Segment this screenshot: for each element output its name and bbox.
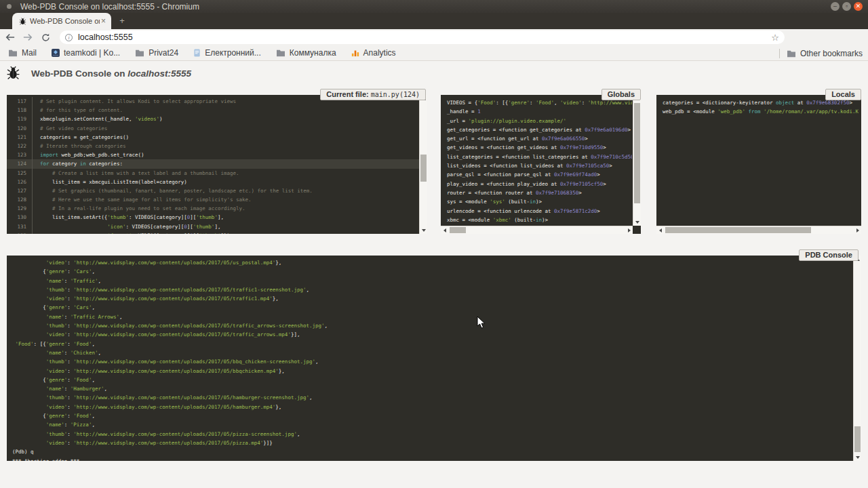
scroll-left-icon[interactable]	[656, 226, 664, 234]
code-line: 128 # Here we use the same image for all…	[7, 195, 419, 204]
code-line: 119xbmcplugin.setContent(_handle, 'video…	[7, 115, 419, 123]
line-number: 117	[7, 97, 33, 106]
globals-line: urlencode = <function urlencode at 0x7f9…	[447, 207, 632, 216]
line-number: 125	[7, 169, 33, 178]
scroll-down-icon[interactable]	[420, 226, 427, 234]
page-info-icon[interactable]: i	[65, 34, 73, 41]
globals-label: Globals	[601, 89, 641, 100]
locals-horizontal-scrollbar[interactable]	[656, 226, 861, 234]
line-number: 119	[7, 115, 33, 123]
console-scroll-thumb[interactable]	[854, 426, 861, 452]
console-line: {'genre': 'Food',	[12, 411, 852, 420]
mouse-cursor	[477, 316, 486, 329]
globals-line: _url = 'plugin://plugin.video.example/'	[447, 117, 632, 125]
back-button[interactable]	[3, 30, 18, 44]
console-text: 'video': 'http://www.vidsplay.com/wp-con…	[7, 256, 852, 461]
bookmarks-separator	[779, 49, 780, 58]
locals-label: Locals	[825, 89, 861, 100]
bookmark-item[interactable]: Коммуналка	[276, 48, 336, 58]
console-line: 'name': 'Hamburger',	[12, 384, 852, 393]
url-field[interactable]: i localhost:5555 ☆	[60, 30, 785, 44]
console-line: 'thumb': 'http://www.vidsplay.com/wp-con…	[12, 285, 852, 294]
console-line: 'thumb': 'http://www.vidsplay.com/wp-con…	[12, 357, 852, 366]
console-line: {'genre': 'Cars',	[12, 267, 852, 276]
tab-title: Web-PDB Console on loca	[30, 17, 100, 25]
code-scroll-thumb[interactable]	[420, 155, 427, 182]
bookmarks-list: Mailteamkodi | Ko...Privat24Електронний.…	[8, 48, 396, 58]
line-number: 127	[7, 186, 33, 195]
other-bookmarks-button[interactable]: Other bookmarks	[787, 49, 863, 58]
globals-line: get_videos = <function get_videos at 0x7…	[447, 143, 632, 152]
bookmark-label: Коммуналка	[290, 48, 336, 58]
code-line: 121categories = get_categories()	[7, 133, 419, 142]
console-line: 'thumb': 'http://www.vidsplay.com/wp-con…	[12, 393, 852, 402]
scroll-right-icon[interactable]	[625, 226, 633, 234]
document-icon	[193, 49, 201, 57]
locals-line: web_pdb = <module 'web_pdb' from '/home/…	[663, 107, 859, 116]
console-line: (Pdb) q	[12, 447, 852, 456]
minimize-button[interactable]: –	[831, 2, 840, 11]
console-line: 'thumb': 'http://www.vidsplay.com/wp-con…	[12, 321, 852, 330]
folder-icon	[787, 49, 796, 58]
code-line: 122# Iterate through categories	[7, 142, 419, 150]
globals-hscroll-thumb[interactable]	[450, 227, 466, 233]
close-button[interactable]: ✕	[854, 2, 863, 11]
bookmark-star-icon[interactable]: ☆	[771, 33, 779, 43]
code-line: 118# for this type of content.	[7, 106, 419, 115]
bookmark-item[interactable]: Mail	[8, 48, 37, 58]
reload-button[interactable]	[38, 30, 53, 44]
globals-line: list_categories = <function list_categor…	[447, 152, 632, 161]
globals-line: list_videos = <function list_videos at 0…	[447, 161, 632, 170]
globals-vertical-scrollbar[interactable]	[633, 95, 641, 226]
code-line: 124for category in categories:	[7, 159, 419, 168]
locals-panel: Locals categories = <dictionary-keyitera…	[656, 89, 861, 234]
locals-text: categories = <dictionary-keyiterator obj…	[656, 95, 859, 226]
globals-line: _handle = 1	[447, 107, 632, 116]
globals-line: xbmc = <module 'xbmc' (built-in)>	[447, 216, 632, 224]
browser-tab[interactable]: Web-PDB Console on loca ×	[12, 13, 111, 29]
bookmark-item[interactable]: Електронний...	[193, 48, 261, 58]
new-tab-button[interactable]: +	[117, 16, 127, 26]
bookmark-label: Mail	[22, 48, 37, 58]
tab-close-icon[interactable]: ×	[100, 16, 107, 26]
bookmark-item[interactable]: Analytics	[351, 48, 396, 58]
bookmark-item[interactable]: teamkodi | Ko...	[52, 48, 120, 58]
scroll-down-icon[interactable]	[633, 218, 641, 226]
locals-hscroll-thumb[interactable]	[665, 227, 811, 233]
folder-icon	[276, 49, 285, 57]
window-titlebar: Web-PDB Console on localhost:5555 - Chro…	[0, 0, 868, 13]
line-number: 130	[7, 213, 33, 222]
globals-vscroll-thumb[interactable]	[634, 103, 640, 203]
console-line: 'video': 'http://www.vidsplay.com/wp-con…	[12, 439, 852, 447]
console-line: 'video': 'http://www.vidsplay.com/wp-con…	[12, 403, 852, 411]
globals-horizontal-scrollbar[interactable]	[441, 226, 633, 234]
line-number: 124	[7, 159, 33, 168]
forward-button[interactable]	[20, 30, 35, 44]
code-line: 126 list_item = xbmcgui.ListItem(label=c…	[7, 178, 419, 186]
code-line: 129 # In a real-life plugin you need to …	[7, 204, 419, 213]
console-line: 'thumb': 'http://www.vidsplay.com/wp-con…	[12, 430, 852, 439]
bookmark-label: Analytics	[363, 48, 396, 58]
line-number: 121	[7, 133, 33, 142]
bookmark-item[interactable]: Privat24	[135, 48, 178, 58]
screen: Web-PDB Console on localhost:5555 - Chro…	[0, 0, 868, 488]
console-vertical-scrollbar[interactable]	[853, 256, 861, 461]
maximize-button[interactable]: ▫	[842, 2, 851, 11]
line-number: 122	[7, 142, 33, 150]
analytics-chart-icon	[351, 49, 359, 57]
code-vertical-scrollbar[interactable]	[419, 95, 427, 234]
globals-line: get_url = <function get_url at 0x7f9e6a0…	[447, 134, 632, 143]
kodi-favicon	[52, 49, 60, 57]
bookmark-label: teamkodi | Ko...	[64, 48, 120, 58]
code-line: 130 list_item.setArt({'thumb': VIDEOS[ca…	[7, 213, 419, 222]
bookmark-label: Privat24	[149, 48, 178, 58]
console-line: 'name': 'Traffic',	[12, 277, 852, 285]
scroll-left-icon[interactable]	[441, 226, 448, 234]
code-panel: Current file: main.py(124) 117# Set plug…	[7, 89, 427, 234]
console-line: *** Aborting addon ***	[12, 457, 852, 461]
scroll-right-icon[interactable]	[854, 226, 861, 234]
console-panel: PDB Console 'video': 'http://www.vidspla…	[7, 249, 861, 461]
console-line: 'video': 'http://www.vidsplay.com/wp-con…	[12, 367, 852, 375]
scroll-down-icon[interactable]	[854, 453, 861, 461]
globals-text: VIDEOS = {'Food': [{'genre': 'Food', 'vi…	[441, 95, 632, 226]
